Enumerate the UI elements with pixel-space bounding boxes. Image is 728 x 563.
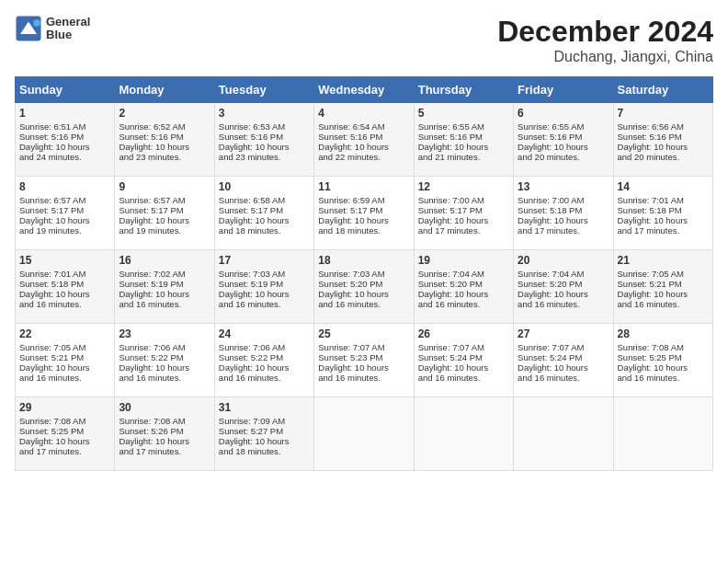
day-info-line: Daylight: 10 hours	[618, 362, 709, 373]
day-info-line: Daylight: 10 hours	[19, 362, 110, 373]
day-info-line: Sunrise: 6:52 AM	[119, 121, 210, 132]
day-info-line: Sunrise: 6:58 AM	[219, 195, 310, 205]
day-info-line: and 20 minutes.	[518, 152, 609, 162]
calendar-cell	[613, 397, 712, 471]
day-info-line: and 16 minutes.	[119, 373, 210, 383]
calendar-cell: 13Sunrise: 7:00 AMSunset: 5:18 PMDayligh…	[514, 177, 613, 250]
day-info-line: Daylight: 10 hours	[19, 289, 110, 299]
day-info-line: Sunrise: 7:01 AM	[618, 195, 709, 205]
day-info-line: Sunrise: 6:57 AM	[119, 195, 210, 205]
day-number: 26	[418, 327, 509, 340]
day-info-line: Sunset: 5:16 PM	[119, 132, 210, 142]
day-info-line: Sunrise: 6:55 AM	[518, 121, 609, 132]
day-info-line: Sunrise: 7:07 AM	[318, 342, 409, 352]
day-info-line: Sunset: 5:23 PM	[318, 352, 409, 362]
day-number: 27	[518, 327, 609, 340]
calendar-cell: 29Sunrise: 7:08 AMSunset: 5:25 PMDayligh…	[16, 397, 115, 471]
day-info-line: Sunrise: 7:07 AM	[518, 342, 609, 352]
day-info-line: Daylight: 10 hours	[318, 289, 409, 299]
day-info-line: and 23 minutes.	[219, 152, 310, 162]
day-info-line: Sunrise: 7:05 AM	[618, 269, 709, 279]
day-number: 1	[19, 107, 110, 120]
week-row-5: 29Sunrise: 7:08 AMSunset: 5:25 PMDayligh…	[16, 397, 713, 471]
day-number: 23	[119, 327, 210, 340]
day-info-line: and 24 minutes.	[19, 152, 110, 162]
day-info-line: Daylight: 10 hours	[418, 289, 509, 299]
day-info-line: and 18 minutes.	[318, 225, 409, 236]
day-info-line: and 20 minutes.	[618, 152, 709, 162]
day-info-line: Daylight: 10 hours	[618, 215, 709, 225]
calendar-cell: 22Sunrise: 7:05 AMSunset: 5:21 PMDayligh…	[16, 324, 115, 397]
day-info-line: Daylight: 10 hours	[618, 289, 709, 299]
day-number: 24	[219, 327, 310, 340]
day-number: 4	[318, 107, 409, 120]
day-number: 6	[518, 107, 609, 120]
day-info-line: Daylight: 10 hours	[119, 362, 210, 373]
week-row-3: 15Sunrise: 7:01 AMSunset: 5:18 PMDayligh…	[16, 250, 713, 324]
day-info-line: Sunset: 5:18 PM	[618, 205, 709, 215]
day-info-line: Sunset: 5:21 PM	[19, 352, 110, 362]
logo-line1: General	[46, 16, 90, 29]
day-info-line: Sunset: 5:18 PM	[19, 279, 110, 289]
calendar-cell: 2Sunrise: 6:52 AMSunset: 5:16 PMDaylight…	[115, 103, 214, 177]
day-info-line: and 16 minutes.	[219, 373, 310, 383]
title-area: December 2024 Duchang, Jiangxi, China	[497, 15, 713, 65]
day-info-line: Sunset: 5:17 PM	[119, 205, 210, 215]
calendar-cell: 3Sunrise: 6:53 AMSunset: 5:16 PMDaylight…	[214, 103, 313, 177]
day-info-line: Sunrise: 6:54 AM	[318, 121, 409, 132]
header: General Blue December 2024 Duchang, Jian…	[15, 15, 713, 65]
calendar-cell	[414, 397, 513, 471]
day-info-line: Daylight: 10 hours	[518, 289, 609, 299]
day-info-line: Sunset: 5:26 PM	[119, 426, 210, 436]
day-info-line: and 21 minutes.	[418, 152, 509, 162]
calendar-cell: 5Sunrise: 6:55 AMSunset: 5:16 PMDaylight…	[414, 103, 513, 177]
day-info-line: Sunrise: 7:08 AM	[618, 342, 709, 352]
day-info-line: Sunset: 5:20 PM	[318, 279, 409, 289]
day-number: 18	[318, 254, 409, 267]
day-info-line: Sunrise: 7:06 AM	[119, 342, 210, 352]
location-title: Duchang, Jiangxi, China	[497, 49, 713, 65]
day-info-line: Sunset: 5:16 PM	[418, 132, 509, 142]
calendar-body: 1Sunrise: 6:51 AMSunset: 5:16 PMDaylight…	[16, 103, 713, 471]
calendar-cell: 30Sunrise: 7:08 AMSunset: 5:26 PMDayligh…	[115, 397, 214, 471]
day-number: 11	[318, 180, 409, 193]
day-info-line: Sunrise: 7:05 AM	[19, 342, 110, 352]
day-info-line: Sunrise: 7:04 AM	[418, 269, 509, 279]
calendar-cell: 27Sunrise: 7:07 AMSunset: 5:24 PMDayligh…	[514, 324, 613, 397]
day-info-line: Sunset: 5:25 PM	[618, 352, 709, 362]
day-number: 22	[19, 327, 110, 340]
day-info-line: Sunrise: 7:08 AM	[119, 416, 210, 426]
day-number: 7	[618, 107, 709, 120]
calendar-cell: 21Sunrise: 7:05 AMSunset: 5:21 PMDayligh…	[613, 250, 712, 324]
day-info-line: Sunset: 5:20 PM	[518, 279, 609, 289]
month-title: December 2024	[497, 15, 713, 49]
day-info-line: and 16 minutes.	[518, 373, 609, 383]
calendar-cell: 19Sunrise: 7:04 AMSunset: 5:20 PMDayligh…	[414, 250, 513, 324]
day-number: 9	[119, 180, 210, 193]
day-number: 29	[19, 401, 110, 414]
calendar-cell	[314, 397, 414, 471]
day-info-line: and 16 minutes.	[618, 299, 709, 309]
day-info-line: Daylight: 10 hours	[219, 289, 310, 299]
day-info-line: Sunrise: 7:03 AM	[318, 269, 409, 279]
day-info-line: and 16 minutes.	[19, 299, 110, 309]
day-info-line: and 16 minutes.	[318, 299, 409, 309]
calendar-cell: 24Sunrise: 7:06 AMSunset: 5:22 PMDayligh…	[214, 324, 313, 397]
calendar-cell: 12Sunrise: 7:00 AMSunset: 5:17 PMDayligh…	[414, 177, 513, 250]
calendar-cell: 1Sunrise: 6:51 AMSunset: 5:16 PMDaylight…	[16, 103, 115, 177]
day-info-line: and 19 minutes.	[19, 225, 110, 236]
day-info-line: Daylight: 10 hours	[119, 142, 210, 152]
day-info-line: and 17 minutes.	[618, 225, 709, 236]
day-info-line: and 16 minutes.	[318, 373, 409, 383]
calendar-cell: 16Sunrise: 7:02 AMSunset: 5:19 PMDayligh…	[115, 250, 214, 324]
day-number: 3	[219, 107, 310, 120]
day-info-line: and 16 minutes.	[219, 299, 310, 309]
day-info-line: Sunrise: 7:00 AM	[418, 195, 509, 205]
day-info-line: Daylight: 10 hours	[19, 215, 110, 225]
day-info-line: Sunrise: 7:07 AM	[418, 342, 509, 352]
day-info-line: Daylight: 10 hours	[618, 142, 709, 152]
day-info-line: Sunrise: 7:00 AM	[518, 195, 609, 205]
day-number: 31	[219, 401, 310, 414]
day-number: 20	[518, 254, 609, 267]
day-info-line: Daylight: 10 hours	[219, 436, 310, 446]
